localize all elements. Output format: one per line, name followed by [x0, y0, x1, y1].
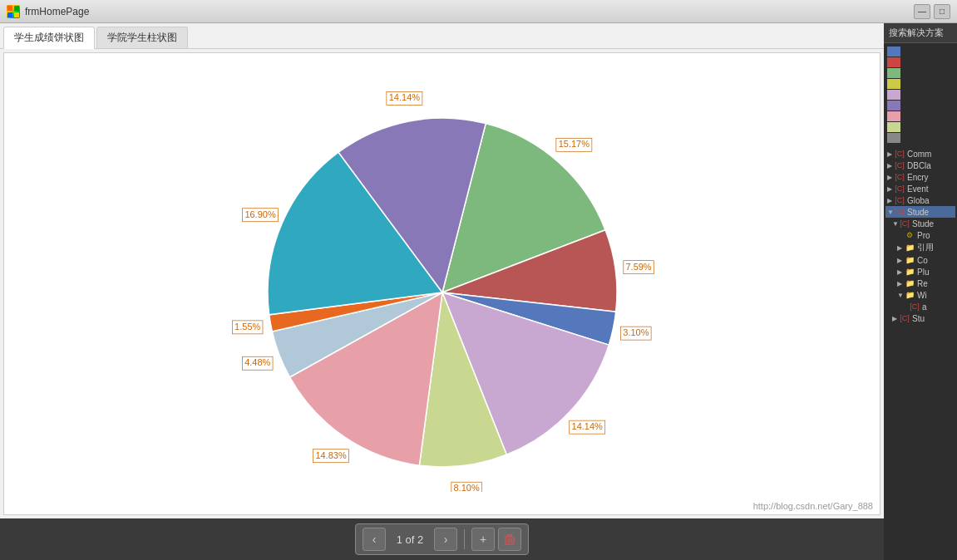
bottom-toolbar: ‹ 1 of 2 › + — [0, 518, 884, 560]
legend-color-7 — [887, 111, 900, 121]
legend-color-9 — [887, 133, 900, 143]
sidebar-tree: ▶ [C] Comm ▶ [C] DBCla ▶ [C] Encry ▶ [C]… — [884, 43, 957, 560]
svg-text:14.14%: 14.14% — [571, 421, 603, 431]
tree-item-2[interactable]: ▶ [C] Encry — [885, 171, 955, 183]
main-container: 学生成绩饼状图 学院学生柱状图 15.17%7.59%3.10%14.14%8.… — [0, 23, 957, 560]
chart-area: 15.17%7.59%3.10%14.14%8.10%14.83%4.48%1.… — [3, 52, 881, 515]
tree-item-8[interactable]: ▶ 📁 引用 — [885, 241, 955, 254]
tree-item-5[interactable]: ▼ [C] Stude — [885, 206, 955, 218]
tree-item-4[interactable]: ▶ [C] Globa — [885, 194, 955, 206]
svg-text:14.14%: 14.14% — [388, 92, 420, 102]
tree-item-7[interactable]: ⚙ Pro — [885, 229, 955, 241]
svg-text:14.83%: 14.83% — [315, 449, 347, 459]
legend-color-8 — [887, 122, 900, 132]
sidebar-header: 搜索解决方案 — [884, 23, 957, 43]
tree-item-6[interactable]: ▼ [C] Stude — [885, 218, 955, 229]
window-title: frmHomePage — [25, 6, 89, 17]
minimize-button[interactable]: — — [914, 4, 930, 19]
tree-item-0[interactable]: ▶ [C] Comm — [885, 148, 955, 160]
legend-color-4 — [887, 79, 900, 89]
pagination-widget: ‹ 1 of 2 › + — [355, 523, 529, 555]
tree-item-3[interactable]: ▶ [C] Event — [885, 183, 955, 194]
tab-bar: 学生成绩饼状图 学院学生柱状图 — [0, 23, 884, 49]
legend-color-2 — [887, 57, 900, 67]
svg-text:16.90%: 16.90% — [244, 209, 276, 219]
watermark: http://blog.csdn.net/Gary_888 — [753, 501, 873, 511]
tree-item-12[interactable]: ▼ 📁 Wi — [885, 289, 955, 301]
app-icon — [7, 5, 20, 18]
svg-text:4.48%: 4.48% — [244, 357, 270, 367]
legend-color-1 — [887, 47, 900, 56]
tree-item-10[interactable]: ▶ 📁 Plu — [885, 266, 955, 278]
toolbar-separator — [464, 529, 465, 549]
svg-rect-3 — [14, 12, 19, 17]
svg-rect-2 — [7, 12, 12, 17]
svg-text:15.17%: 15.17% — [558, 139, 589, 149]
pie-chart-svg: 15.17%7.59%3.10%14.14%8.10%14.83%4.48%1.… — [151, 76, 733, 492]
left-panel: 学生成绩饼状图 学院学生柱状图 15.17%7.59%3.10%14.14%8.… — [0, 23, 884, 560]
svg-text:1.55%: 1.55% — [234, 321, 260, 331]
window-controls: — □ — [914, 4, 950, 19]
tree-item-14[interactable]: ▶ [C] Stu — [885, 312, 955, 324]
svg-text:7.59%: 7.59% — [625, 261, 651, 271]
tab-bar-chart[interactable]: 学院学生柱状图 — [96, 27, 188, 48]
tree-item-9[interactable]: ▶ 📁 Co — [885, 254, 955, 266]
svg-rect-1 — [14, 6, 19, 11]
prev-page-button[interactable]: ‹ — [363, 528, 386, 551]
legend-color-6 — [887, 101, 900, 111]
trash-icon — [504, 533, 515, 545]
title-bar-left: frmHomePage — [7, 5, 89, 18]
tab-pie-chart[interactable]: 学生成绩饼状图 — [3, 27, 95, 49]
legend-color-5 — [887, 90, 900, 100]
page-indicator: 1 of 2 — [389, 533, 431, 546]
add-page-button[interactable]: + — [471, 528, 495, 551]
tree-item-11[interactable]: ▶ 📁 Re — [885, 278, 955, 289]
tree-item-13[interactable]: [C] a — [885, 301, 955, 312]
pie-container: 15.17%7.59%3.10%14.14%8.10%14.83%4.48%1.… — [151, 76, 733, 492]
tree-item-1[interactable]: ▶ [C] DBCla — [885, 160, 955, 171]
delete-page-button[interactable] — [498, 528, 521, 551]
title-bar: frmHomePage — □ — [0, 0, 957, 23]
legend-color-3 — [887, 68, 900, 78]
svg-rect-0 — [7, 6, 12, 11]
svg-text:3.10%: 3.10% — [623, 327, 649, 337]
right-sidebar: 搜索解决方案 — [884, 23, 957, 560]
svg-text:8.10%: 8.10% — [453, 483, 479, 492]
maximize-button[interactable]: □ — [934, 4, 950, 19]
next-page-button[interactable]: › — [434, 528, 457, 551]
